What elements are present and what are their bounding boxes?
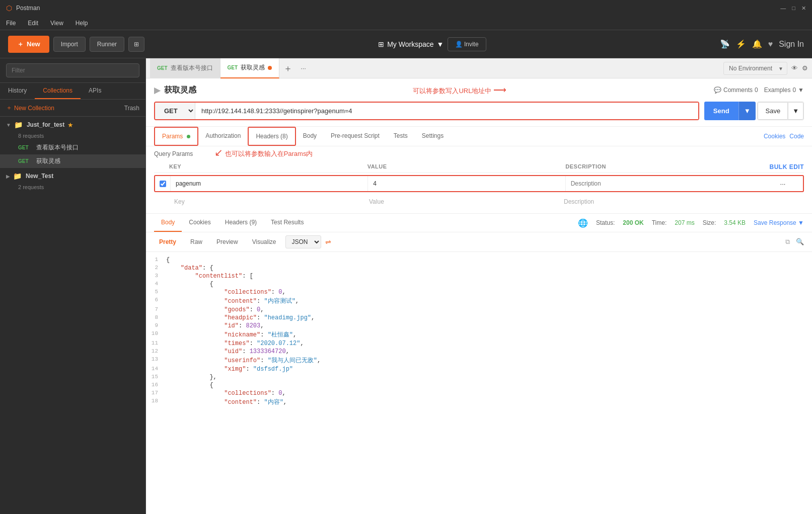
bulk-edit-button[interactable]: Bulk Edit	[769, 163, 804, 170]
invite-button[interactable]: 👤 Invite	[448, 37, 486, 51]
param-value-input[interactable]	[367, 176, 565, 191]
import-button[interactable]: Import	[53, 37, 86, 52]
save-button[interactable]: Save	[758, 102, 788, 120]
examples-button[interactable]: Examples 0 ▼	[764, 87, 804, 94]
tab-body[interactable]: Body	[296, 127, 324, 145]
copy-icon[interactable]: ⧉	[785, 238, 790, 246]
trash-button[interactable]: Trash	[124, 105, 139, 112]
sidebar-search-area	[0, 58, 145, 83]
notification-icon[interactable]: 🔔	[752, 39, 762, 49]
eye-icon[interactable]: 👁	[791, 64, 798, 72]
response-tab-headers[interactable]: Headers (9)	[218, 214, 264, 232]
tab-params[interactable]: Params	[154, 127, 198, 146]
tab-add-button[interactable]: ＋	[279, 62, 297, 74]
method-selector[interactable]: GET	[155, 103, 195, 119]
collection-header-just-for-test[interactable]: ▼ 📁 Just_for_test ★	[0, 117, 145, 133]
plus-icon: ＋	[17, 40, 24, 49]
toolbar: ＋ New Import Runner ⊞ ⊞ My Workspace ▼ 👤…	[0, 30, 812, 58]
send-dropdown-button[interactable]: ▼	[739, 102, 756, 120]
code-content: "goods": 0,	[166, 306, 812, 313]
environment-selector[interactable]: No Environment	[723, 62, 787, 75]
heart-icon[interactable]: ♥	[768, 40, 773, 49]
code-line: 4 {	[146, 280, 812, 288]
format-tab-raw[interactable]: Raw	[185, 236, 207, 248]
menu-edit[interactable]: Edit	[26, 19, 40, 28]
tab-get-inspiration[interactable]: GET 获取灵感	[220, 58, 280, 78]
tab-authorization[interactable]: Authorization	[198, 127, 248, 145]
save-dropdown-button[interactable]: ▼	[788, 102, 803, 120]
request-name: 获取灵感	[36, 157, 60, 165]
cookies-link[interactable]: Cookies	[764, 133, 785, 140]
param-description-input[interactable]	[565, 176, 763, 191]
search-input[interactable]	[6, 63, 139, 77]
format-tab-preview[interactable]: Preview	[211, 236, 243, 248]
menu-view[interactable]: View	[48, 19, 65, 28]
tab-more-button[interactable]: ···	[297, 64, 310, 72]
satellite-icon[interactable]: 📡	[720, 39, 730, 49]
collection-name: New_Test	[26, 173, 53, 180]
tab-label: 获取灵感	[241, 63, 265, 72]
title-bar: ⬡ Postman — □ ✕	[0, 0, 812, 16]
menu-file[interactable]: File	[4, 19, 18, 28]
line-number: 13	[146, 356, 166, 362]
list-item[interactable]: GET 查看版本号接口	[0, 141, 145, 154]
settings-icon[interactable]: ⚙	[802, 64, 808, 72]
tab-check-version[interactable]: GET 查看版本号接口	[150, 58, 220, 78]
minimize-btn[interactable]: —	[780, 5, 786, 12]
new-collection-button[interactable]: ＋ New Collection	[6, 104, 54, 112]
param-checkbox[interactable]	[155, 181, 170, 187]
param-key-input[interactable]	[170, 176, 367, 191]
param-enabled-checkbox[interactable]	[160, 181, 166, 187]
runner-button[interactable]: Runner	[90, 37, 124, 52]
response-tab-body[interactable]: Body	[154, 214, 182, 232]
workspace-switcher-button[interactable]: ⊞	[128, 37, 144, 52]
chevron-right-icon: ▶	[6, 174, 10, 179]
tab-pre-request-script[interactable]: Pre-request Script	[324, 127, 387, 145]
collection-header-new-test[interactable]: ▶ 📁 New_Test	[0, 168, 145, 184]
format-icon[interactable]: ⇌	[325, 238, 331, 246]
workspace-button[interactable]: ⊞ My Workspace ▼	[378, 37, 444, 51]
url-input[interactable]	[195, 103, 698, 119]
close-btn[interactable]: ✕	[801, 5, 806, 12]
code-line: 18 "content": "内容",	[146, 397, 812, 407]
new-button[interactable]: ＋ New	[8, 36, 49, 53]
tab-settings[interactable]: Settings	[415, 127, 451, 145]
time-value: 207 ms	[675, 219, 694, 226]
response-tab-cookies[interactable]: Cookies	[182, 214, 217, 232]
tab-modified-dot	[268, 66, 272, 70]
format-tab-visualize[interactable]: Visualize	[247, 236, 281, 248]
method-badge: GET	[18, 145, 32, 150]
response-tab-test-results[interactable]: Test Results	[264, 214, 311, 232]
code-link[interactable]: Code	[789, 133, 804, 140]
maximize-btn[interactable]: □	[792, 5, 795, 12]
line-number: 11	[146, 340, 166, 346]
tab-tests[interactable]: Tests	[387, 127, 415, 145]
search-icon[interactable]: 🔍	[796, 238, 804, 246]
format-tab-pretty[interactable]: Pretty	[154, 236, 181, 248]
star-icon: ★	[67, 121, 73, 129]
sign-in-button[interactable]: Sign In	[779, 40, 804, 49]
menu-help[interactable]: Help	[73, 19, 90, 28]
tab-apis[interactable]: APIs	[81, 83, 109, 99]
workspace-chevron-icon: ▼	[437, 40, 444, 48]
lightning-icon[interactable]: ⚡	[736, 39, 746, 49]
comments-button[interactable]: 💬 Comments 0	[714, 87, 758, 94]
sidebar-collections: ▼ 📁 Just_for_test ★ 8 requests GET 查看版本号…	[0, 117, 145, 514]
collection-just-for-test: ▼ 📁 Just_for_test ★ 8 requests GET 查看版本号…	[0, 117, 145, 168]
code-line: 12 "uid": 1333364720,	[146, 348, 812, 356]
tab-headers[interactable]: Headers (8)	[248, 127, 296, 146]
url-section: GET	[154, 102, 699, 120]
send-button[interactable]: Send	[704, 102, 739, 120]
code-line: 16 {	[146, 381, 812, 389]
format-type-selector[interactable]: JSON	[285, 235, 321, 248]
list-item[interactable]: GET 获取灵感	[0, 154, 145, 168]
code-content: {	[166, 281, 812, 288]
code-line: 6 "content": "内容测试",	[146, 296, 812, 306]
line-number: 6	[146, 297, 166, 303]
sidebar-actions: ＋ New Collection Trash	[0, 100, 145, 117]
tab-history[interactable]: History	[0, 83, 35, 99]
code-content: {	[166, 256, 812, 264]
tab-collections[interactable]: Collections	[35, 83, 81, 99]
folder-icon: 📁	[14, 121, 23, 129]
save-response-button[interactable]: Save Response ▼	[754, 219, 804, 226]
